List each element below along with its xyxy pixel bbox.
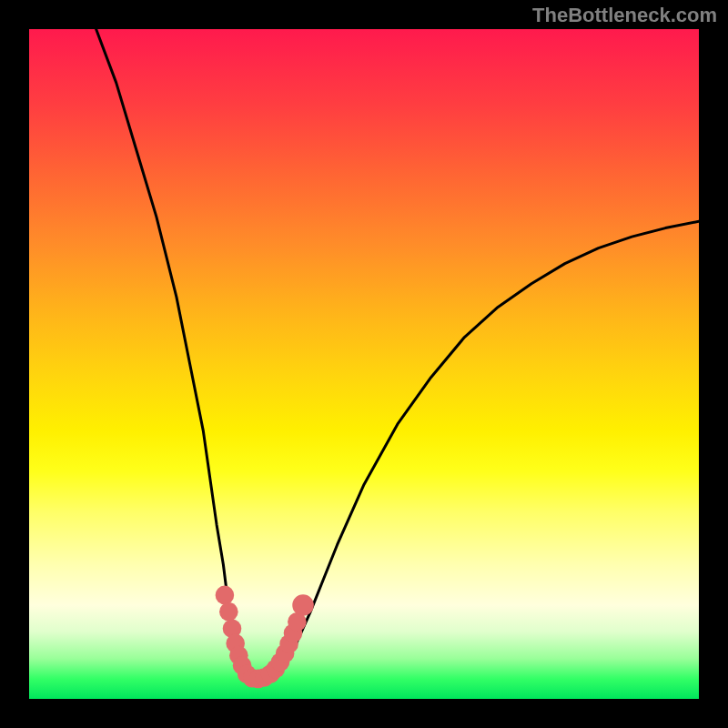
curve-svg — [29, 29, 699, 699]
curve-left-branch — [96, 29, 258, 679]
curve-lines — [96, 29, 699, 679]
data-markers — [216, 586, 314, 689]
marker-17 — [292, 594, 314, 616]
watermark-text: TheBottleneck.com — [532, 4, 717, 27]
curve-right-branch — [257, 221, 699, 679]
marker-1 — [219, 602, 238, 622]
marker-0 — [216, 586, 235, 605]
plot-area — [29, 29, 699, 699]
